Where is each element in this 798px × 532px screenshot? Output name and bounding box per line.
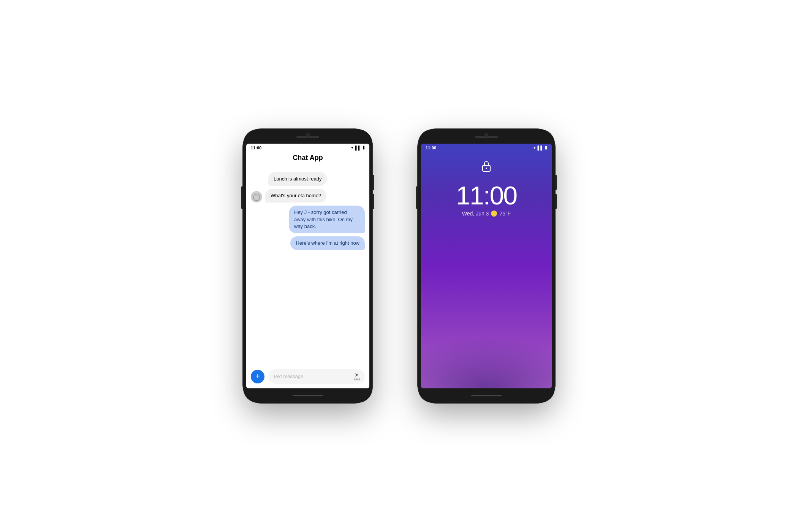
lock-battery-icon: ▮ [545, 145, 547, 150]
chat-messages: Lunch is almost ready ◯ What's your eta … [246, 166, 369, 365]
sms-label: SMS [354, 378, 360, 381]
chat-header: Chat App [246, 151, 369, 166]
lock-screen: 11:00 ▾ ▌▌ ▮ 11:00 [421, 144, 552, 388]
lock-icon [481, 160, 492, 175]
lock-time-display: 11:00 [456, 182, 517, 208]
chat-app-title: Chat App [293, 154, 323, 162]
weather-sun-icon [491, 211, 497, 217]
vol-up-right[interactable] [555, 175, 557, 190]
phone-bottom-bar-right [418, 388, 555, 403]
message-text-3: Hey J - sorry got carried away with this… [294, 209, 353, 229]
message-row-1: Lunch is almost ready [251, 172, 365, 186]
lock-status-bar: 11:00 ▾ ▌▌ ▮ [421, 144, 552, 151]
battery-icon: ▮ [363, 145, 365, 150]
message-text-2: What's your eta home? [271, 193, 321, 198]
lock-temperature: 75°F [499, 211, 511, 217]
phone-left: 11:00 ▾ ▌▌ ▮ Chat App [243, 129, 372, 403]
bubble-1: Lunch is almost ready [268, 172, 327, 186]
svg-point-1 [486, 168, 487, 169]
chat-time: 11:00 [251, 146, 261, 150]
home-indicator-left [293, 395, 323, 396]
chat-status-bar: 11:00 ▾ ▌▌ ▮ [246, 144, 369, 151]
message-row-3: Hey J - sorry got carried away with this… [251, 206, 365, 233]
vol-up-left[interactable] [372, 175, 374, 190]
lock-wifi-icon: ▾ [534, 145, 536, 150]
scene: 11:00 ▾ ▌▌ ▮ Chat App [243, 129, 555, 403]
lock-time-status: 11:00 [426, 146, 436, 150]
lock-hill-decoration [421, 267, 552, 388]
bubble-2: What's your eta home? [265, 189, 326, 203]
chat-screen: 11:00 ▾ ▌▌ ▮ Chat App [246, 144, 369, 388]
chat-input-area: + Text message ➤ SMS [246, 365, 369, 388]
bubble-4: Here's where I'm at right now [290, 236, 365, 250]
phone-camera-right [484, 133, 488, 137]
signal-icon: ▌▌ [355, 146, 361, 150]
power-button-left[interactable] [241, 186, 243, 209]
lock-status-icons: ▾ ▌▌ ▮ [534, 145, 547, 150]
vol-down-right[interactable] [555, 194, 557, 209]
text-message-placeholder: Text message [273, 374, 303, 379]
message-text-1: Lunch is almost ready [274, 176, 321, 182]
send-icon: ➤ [355, 372, 359, 378]
message-row-2: ◯ What's your eta home? [251, 189, 365, 203]
lock-signal-icon: ▌▌ [537, 146, 543, 150]
phone-camera-left [306, 133, 310, 137]
sms-send-button[interactable]: ➤ SMS [354, 372, 360, 381]
add-button[interactable]: + [251, 370, 264, 383]
power-button-right[interactable] [416, 186, 418, 209]
chat-status-icons: ▾ ▌▌ ▮ [351, 145, 365, 150]
avatar-icon: ◯ [253, 193, 260, 201]
message-text-4: Here's where I'm at right now [296, 240, 359, 246]
lock-date-weather: Wed, Jun 3 75°F [462, 211, 511, 217]
phone-bottom-bar-left [243, 388, 372, 403]
phone-right: 11:00 ▾ ▌▌ ▮ 11:00 [418, 129, 555, 403]
wifi-icon: ▾ [351, 145, 353, 150]
vol-down-left[interactable] [372, 194, 374, 209]
phone-top-bar-left [243, 129, 372, 144]
message-row-4: Here's where I'm at right now [251, 236, 365, 250]
lock-date: Wed, Jun 3 [462, 211, 489, 217]
avatar-circle: ◯ [251, 191, 262, 203]
text-message-input[interactable]: Text message ➤ SMS [268, 369, 365, 384]
phone-top-bar-right [418, 129, 555, 144]
bubble-3: Hey J - sorry got carried away with this… [289, 206, 365, 233]
home-indicator-right [471, 395, 502, 396]
